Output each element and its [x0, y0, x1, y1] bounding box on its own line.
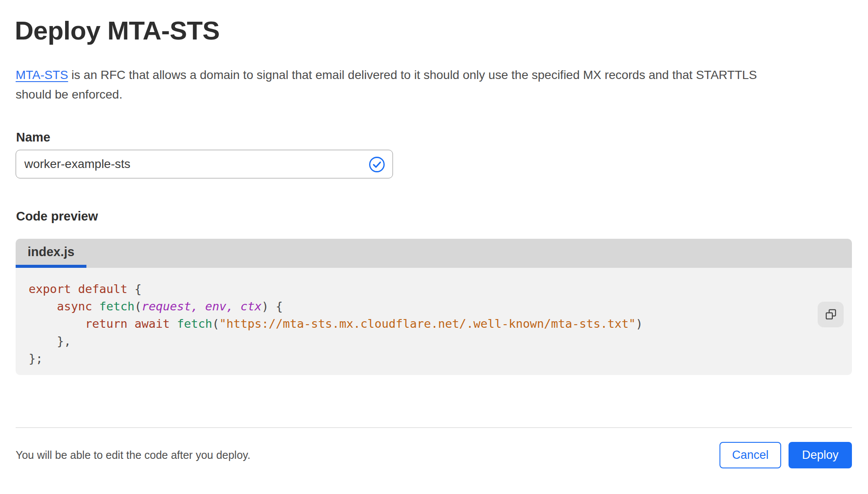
mta-sts-link[interactable]: MTA-STS	[16, 68, 68, 82]
deploy-mta-sts-page: Deploy MTA-STS MTA-STS is an RFC that al…	[0, 0, 868, 494]
copy-icon	[825, 309, 837, 320]
code-preview-label: Code preview	[16, 209, 98, 224]
name-input[interactable]	[16, 150, 355, 178]
footer-note: You will be able to edit the code after …	[16, 449, 251, 461]
cancel-button[interactable]: Cancel	[719, 442, 781, 468]
code-editor: export default { async fetch(request, en…	[16, 268, 852, 375]
footer-divider	[16, 427, 852, 428]
check-circle-icon	[368, 156, 386, 173]
deploy-button[interactable]: Deploy	[789, 442, 852, 468]
intro-text-line1: is an RFC that allows a domain to signal…	[68, 68, 757, 82]
copy-code-button[interactable]	[818, 302, 844, 327]
name-label: Name	[16, 130, 50, 145]
code-tab-bar: index.js	[16, 239, 852, 268]
tab-index-js[interactable]: index.js	[16, 239, 86, 268]
code-preview-panel: index.js export default { async fetch(re…	[16, 239, 852, 375]
name-input-container	[16, 150, 393, 178]
intro-text: MTA-STS is an RFC that allows a domain t…	[16, 65, 854, 104]
code-content: export default { async fetch(request, en…	[16, 268, 852, 367]
intro-text-line2: should be enforced.	[16, 88, 122, 101]
page-title: Deploy MTA-STS	[15, 16, 220, 46]
